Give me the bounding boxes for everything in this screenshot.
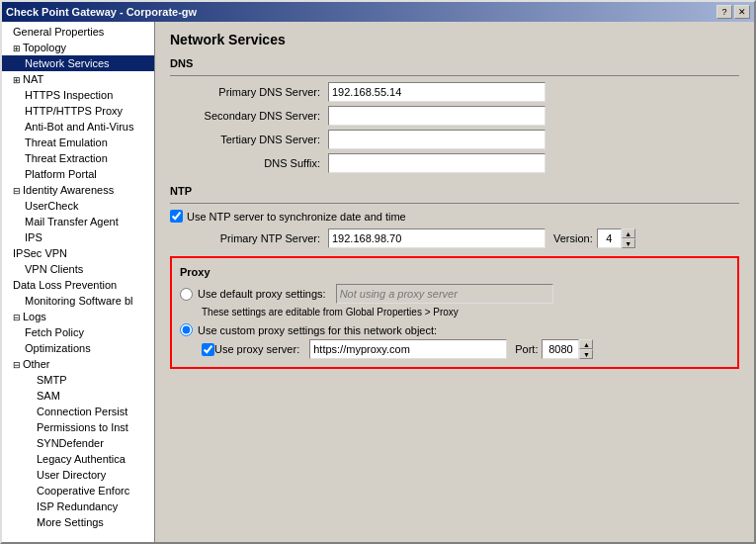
title-bar-buttons: ? ✕	[716, 5, 750, 19]
proxy-default-label[interactable]: Use default proxy settings:	[198, 288, 326, 300]
sidebar-item-data-loss[interactable]: Data Loss Prevention	[2, 277, 154, 293]
secondary-dns-label: Secondary DNS Server:	[170, 110, 328, 122]
port-spinner-buttons: ▲ ▼	[579, 339, 593, 359]
version-spinner: ▲ ▼	[597, 228, 635, 248]
dns-suffix-input[interactable]	[328, 153, 546, 173]
sidebar-item-legacy-auth[interactable]: Legacy Authentica	[2, 451, 154, 467]
sidebar-item-anti-bot[interactable]: Anti-Bot and Anti-Virus	[2, 119, 154, 135]
main-window: Check Point Gateway - Corporate-gw ? ✕ G…	[0, 0, 756, 544]
tertiary-dns-label: Tertiary DNS Server:	[170, 134, 328, 145]
help-button[interactable]: ?	[716, 5, 732, 19]
primary-dns-row: Primary DNS Server:	[170, 82, 739, 102]
sidebar-item-cooperative-enforce[interactable]: Cooperative Enforc	[2, 483, 154, 499]
ntp-checkbox-row: Use NTP server to synchronize date and t…	[170, 210, 739, 223]
port-input[interactable]	[542, 339, 579, 359]
close-button[interactable]: ✕	[734, 5, 750, 19]
sidebar-item-general-properties[interactable]: General Properties	[2, 24, 154, 40]
proxy-server-row: Use proxy server: Port: ▲ ▼	[202, 339, 729, 359]
sidebar-item-more-settings[interactable]: More Settings	[2, 514, 154, 530]
proxy-section-label: Proxy	[180, 266, 729, 278]
version-input[interactable]	[597, 228, 622, 248]
window-title: Check Point Gateway - Corporate-gw	[6, 6, 197, 18]
sidebar-item-fetch-policy[interactable]: Fetch Policy	[2, 324, 154, 340]
ntp-divider	[170, 203, 739, 204]
sidebar-item-mail-transfer[interactable]: Mail Transfer Agent	[2, 214, 154, 229]
use-proxy-checkbox[interactable]	[202, 343, 214, 356]
sidebar-item-connection-persist[interactable]: Connection Persist	[2, 404, 154, 419]
sidebar-item-syndefender[interactable]: SYNDefender	[2, 435, 154, 451]
proxy-default-radio[interactable]	[180, 288, 193, 301]
secondary-dns-row: Secondary DNS Server:	[170, 106, 739, 126]
primary-ntp-row: Primary NTP Server: Version: ▲ ▼	[170, 228, 739, 248]
proxy-custom-radio[interactable]	[180, 323, 193, 336]
spinner-buttons: ▲ ▼	[622, 228, 635, 248]
proxy-server-input[interactable]	[309, 339, 507, 359]
port-spinner: ▲ ▼	[542, 339, 593, 359]
port-label: Port:	[515, 343, 538, 355]
sidebar-item-ipsec-vpn[interactable]: IPSec VPN	[2, 245, 154, 261]
main-panel: Network Services DNS Primary DNS Server:…	[155, 22, 754, 542]
expand-topology-icon[interactable]: ⊞	[10, 43, 20, 54]
sidebar-item-monitoring-software[interactable]: Monitoring Software bl	[2, 293, 154, 309]
sidebar-item-identity-awareness[interactable]: ⊟Identity Awareness	[2, 182, 154, 198]
expand-logs-icon[interactable]: ⊟	[10, 312, 20, 323]
title-bar: Check Point Gateway - Corporate-gw ? ✕	[2, 2, 754, 22]
sidebar-item-topology[interactable]: ⊞Topology	[2, 40, 154, 55]
ntp-checkbox[interactable]	[170, 210, 183, 223]
sidebar-item-smtp[interactable]: SMTP	[2, 372, 154, 388]
tertiary-dns-input[interactable]	[328, 130, 546, 149]
sidebar-item-platform-portal[interactable]: Platform Portal	[2, 166, 154, 182]
primary-ntp-label: Primary NTP Server:	[170, 232, 328, 244]
sidebar-item-usercheck[interactable]: UserCheck	[2, 198, 154, 214]
sidebar-item-https-inspection[interactable]: HTTPS Inspection	[2, 87, 154, 103]
use-proxy-label[interactable]: Use proxy server:	[214, 343, 299, 355]
dns-suffix-label: DNS Suffix:	[170, 157, 328, 169]
ntp-section-label: NTP	[170, 185, 739, 197]
sidebar: General Properties ⊞Topology Network Ser…	[2, 22, 155, 542]
sidebar-item-permissions[interactable]: Permissions to Inst	[2, 419, 154, 435]
dns-suffix-row: DNS Suffix:	[170, 153, 739, 173]
content-area: General Properties ⊞Topology Network Ser…	[2, 22, 754, 542]
page-title: Network Services	[170, 32, 739, 47]
primary-dns-input[interactable]	[328, 82, 546, 102]
primary-dns-label: Primary DNS Server:	[170, 86, 328, 98]
proxy-note: These settings are editable from Global …	[202, 307, 729, 317]
sidebar-item-network-services[interactable]: Network Services	[2, 55, 154, 71]
spinner-up-button[interactable]: ▲	[622, 228, 635, 238]
version-label: Version:	[553, 232, 593, 244]
proxy-default-row: Use default proxy settings:	[180, 284, 729, 304]
sidebar-item-threat-extraction[interactable]: Threat Extraction	[2, 150, 154, 166]
primary-ntp-input[interactable]	[328, 228, 546, 248]
sidebar-item-threat-emulation[interactable]: Threat Emulation	[2, 135, 154, 150]
expand-identity-icon[interactable]: ⊟	[10, 185, 20, 197]
sidebar-item-optimizations[interactable]: Optimizations	[2, 340, 154, 356]
proxy-custom-label[interactable]: Use custom proxy settings for this netwo…	[198, 324, 437, 336]
proxy-custom-row: Use custom proxy settings for this netwo…	[180, 323, 729, 336]
port-spinner-up-button[interactable]: ▲	[579, 339, 593, 349]
tertiary-dns-row: Tertiary DNS Server:	[170, 130, 739, 149]
sidebar-item-http-proxy[interactable]: HTTP/HTTPS Proxy	[2, 103, 154, 119]
dns-section-label: DNS	[170, 57, 739, 69]
sidebar-item-nat[interactable]: ⊞NAT	[2, 71, 154, 87]
proxy-section: Proxy Use default proxy settings: These …	[170, 256, 739, 369]
sidebar-item-vpn-clients[interactable]: VPN Clients	[2, 261, 154, 277]
sidebar-item-sam[interactable]: SAM	[2, 388, 154, 404]
ntp-checkbox-label[interactable]: Use NTP server to synchronize date and t…	[187, 211, 406, 223]
sidebar-item-user-directory[interactable]: User Directory	[2, 467, 154, 483]
sidebar-item-isp-redundancy[interactable]: ISP Redundancy	[2, 499, 154, 514]
expand-other-icon[interactable]: ⊟	[10, 359, 20, 371]
spinner-down-button[interactable]: ▼	[622, 238, 635, 248]
proxy-default-input	[336, 284, 553, 304]
dns-divider	[170, 75, 739, 76]
sidebar-item-other[interactable]: ⊟Other	[2, 356, 154, 372]
sidebar-item-logs[interactable]: ⊟Logs	[2, 309, 154, 324]
port-spinner-down-button[interactable]: ▼	[579, 349, 593, 359]
secondary-dns-input[interactable]	[328, 106, 546, 126]
sidebar-item-ips[interactable]: IPS	[2, 229, 154, 245]
expand-nat-icon[interactable]: ⊞	[10, 74, 20, 86]
